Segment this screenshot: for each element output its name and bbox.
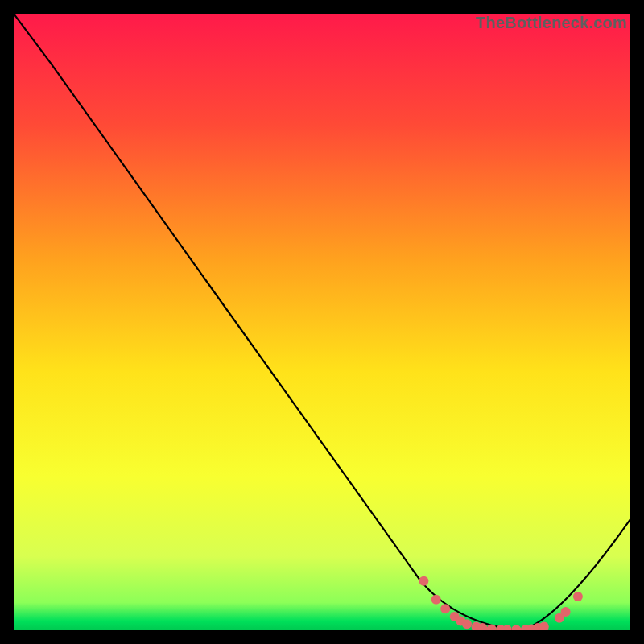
chart-frame: TheBottleneck.com	[14, 14, 630, 630]
marker-dot	[573, 592, 583, 601]
watermark-text: TheBottleneck.com	[476, 14, 627, 32]
marker-dot	[431, 595, 441, 605]
gradient-background	[14, 14, 630, 630]
bottleneck-chart	[14, 14, 630, 630]
marker-dot	[440, 604, 450, 613]
marker-dot	[419, 576, 428, 586]
marker-dot	[462, 619, 472, 629]
marker-dot	[561, 607, 571, 617]
